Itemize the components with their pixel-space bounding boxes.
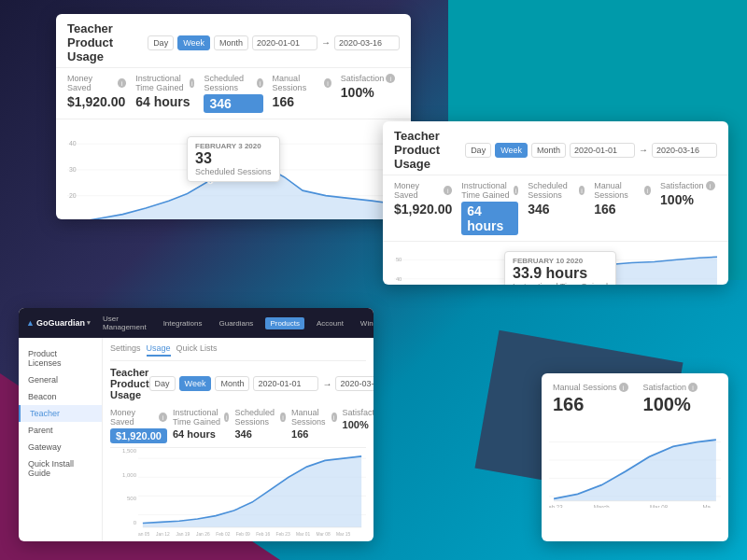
card1-date-end[interactable] — [334, 35, 400, 50]
svg-text:40: 40 — [69, 139, 77, 148]
card3-y-axis: 1,500 1,000 500 0 — [110, 448, 138, 537]
tooltip-label: Scheduled Sessions — [195, 167, 272, 176]
card4-chart-svg: Feb 23 March Mar 08 Ma — [549, 428, 721, 508]
svg-text:Feb 09: Feb 09 — [236, 531, 250, 537]
card1-day-btn[interactable]: Day — [148, 35, 174, 50]
sidebar-teacher[interactable]: Teacher — [19, 405, 102, 422]
sidebar-quick-install[interactable]: Quick Install Guide — [19, 455, 102, 482]
card2-tooltip: February 10 2020 33.9 hours Instructiona… — [504, 251, 616, 285]
nav-account[interactable]: Account — [312, 317, 348, 329]
info-icon: i — [324, 78, 331, 88]
nav-guardians[interactable]: Guardians — [214, 317, 258, 329]
card1-month-btn[interactable]: Month — [214, 35, 248, 50]
card2-time-value: 64 hours — [461, 202, 518, 235]
tab-settings[interactable]: Settings — [110, 343, 141, 357]
nav-user-management[interactable]: User Management — [98, 313, 151, 333]
tooltip-value: 33 — [195, 150, 272, 167]
card1-week-btn[interactable]: Week — [177, 35, 210, 50]
card3-stat-money: Money Saved i $1,920.00 — [110, 408, 167, 443]
card2-week-btn[interactable]: Week — [495, 143, 528, 158]
tab-usage[interactable]: Usage — [147, 343, 171, 357]
card3-date-end[interactable] — [335, 376, 374, 391]
card2-stat-sessions: Scheduled Sessions i 346 — [528, 181, 585, 235]
nav-bar: ▲ GoGuardian ▾ User Management Integrati… — [19, 308, 374, 338]
card3-day-btn[interactable]: Day — [149, 376, 176, 391]
card1-stat-money: Money Saved i $1,920.00 — [67, 74, 126, 113]
card3-month-btn[interactable]: Month — [215, 376, 249, 391]
card3-sessions-value: 346 — [234, 428, 286, 440]
info-icon: i — [444, 186, 452, 195]
info-icon: i — [118, 78, 126, 88]
card3-time-value: 64 hours — [173, 428, 230, 440]
card2-date-end[interactable] — [652, 143, 717, 158]
nav-windows[interactable]: Windows — [356, 317, 374, 329]
card1-satisfaction-value: 100% — [341, 85, 400, 100]
card3-title: Teacher Product Usage — [110, 367, 149, 400]
info-icon: i — [280, 413, 286, 422]
svg-text:Feb 02: Feb 02 — [216, 531, 230, 537]
card4: Manual Sessions i 166 Satisfaction i 100… — [542, 373, 728, 541]
svg-text:Feb 23: Feb 23 — [549, 504, 563, 508]
card1-chart: February 3 2020 33 Scheduled Sessions 40… — [56, 119, 411, 219]
card4-stats-row: Manual Sessions i 166 Satisfaction i 100… — [553, 383, 717, 415]
nav-integrations[interactable]: Integrations — [159, 317, 207, 329]
card3-stat-time: Instructional Time Gained i 64 hours — [173, 408, 230, 443]
svg-text:Feb 16: Feb 16 — [256, 531, 270, 537]
card3-body: Product Licenses General Beacon Teacher … — [19, 338, 374, 541]
card3-chart: 1,500 1,000 500 0 Jan 05 Jan 12 Jan 19 — [110, 448, 366, 537]
card4-manual: Manual Sessions i 166 — [553, 383, 628, 415]
card2: Teacher Product Usage Day Week Month → M… — [383, 121, 728, 285]
svg-text:Jan 19: Jan 19 — [176, 531, 190, 537]
card2-month-btn[interactable]: Month — [531, 143, 566, 158]
card2-stat-manual: Manual Sessions i 166 — [594, 181, 651, 235]
card2-stat-money: Money Saved i $1,920.00 — [394, 181, 452, 235]
card2-chart: February 10 2020 33.9 hours Instructiona… — [383, 242, 728, 285]
info-icon: i — [190, 78, 194, 88]
card2-money-value: $1,920.00 — [394, 202, 452, 217]
svg-text:Jan 12: Jan 12 — [156, 531, 170, 537]
y-label: 0 — [110, 520, 138, 525]
sidebar-parent[interactable]: Parent — [19, 422, 102, 439]
card2-sessions-value: 346 — [528, 202, 585, 217]
svg-text:20: 20 — [69, 190, 77, 200]
info-icon: i — [257, 78, 263, 88]
card2-header: Teacher Product Usage Day Week Month → — [383, 121, 728, 175]
tooltip-date: February 3 2020 — [195, 142, 272, 150]
card1-stat-satisfaction: Satisfaction i 100% — [341, 74, 400, 113]
nav-logo: ▲ GoGuardian ▾ — [26, 318, 91, 328]
sidebar-product-licenses[interactable]: Product Licenses — [19, 345, 102, 371]
sidebar-gateway[interactable]: Gateway — [19, 439, 102, 455]
card1-header: Teacher Product Usage Day Week Month → — [56, 14, 411, 68]
info-icon: i — [386, 74, 395, 83]
card2-day-btn[interactable]: Day — [465, 143, 491, 158]
tab-quick-lists[interactable]: Quick Lists — [176, 343, 218, 357]
card4-manual-value: 166 — [553, 394, 628, 415]
nav-products[interactable]: Products — [265, 317, 304, 329]
card1-date-start[interactable] — [252, 35, 317, 50]
card2-satisfaction-value: 100% — [660, 192, 717, 207]
card4-stats: Manual Sessions i 166 Satisfaction i 100… — [542, 373, 728, 425]
card1-date-controls: Day Week Month → — [148, 35, 400, 50]
card3-satisfaction-value: 100% — [343, 419, 374, 430]
svg-text:Feb 23: Feb 23 — [276, 531, 290, 537]
svg-text:March: March — [594, 504, 610, 508]
y-label: 1,500 — [110, 448, 138, 454]
sidebar-beacon[interactable]: Beacon — [19, 388, 102, 405]
sidebar-general[interactable]: General — [19, 371, 102, 388]
card3-chart-svg: Jan 05 Jan 12 Jan 19 Jan 26 Feb 02 Feb 0… — [138, 448, 366, 537]
card3-main: Settings Usage Quick Lists Teacher Produ… — [103, 338, 374, 541]
card2-stats: Money Saved i $1,920.00 Instructional Ti… — [383, 175, 728, 242]
info-icon: i — [619, 383, 628, 392]
card3-week-btn[interactable]: Week — [179, 376, 212, 391]
y-label: 1,000 — [110, 472, 138, 478]
card3-stat-satisfaction: Satisfaction i 100% — [343, 408, 374, 443]
card2-date-start[interactable] — [570, 143, 635, 158]
card2-manual-value: 166 — [594, 202, 651, 217]
tabs-row: Settings Usage Quick Lists — [110, 343, 366, 361]
card3-date-start[interactable] — [253, 376, 318, 391]
card1-tooltip: February 3 2020 33 Scheduled Sessions — [187, 136, 280, 182]
info-icon: i — [644, 186, 652, 195]
card1-money-value: $1,920.00 — [67, 94, 126, 109]
svg-text:40: 40 — [396, 276, 402, 282]
card1-sessions-value: 346 — [204, 94, 262, 113]
